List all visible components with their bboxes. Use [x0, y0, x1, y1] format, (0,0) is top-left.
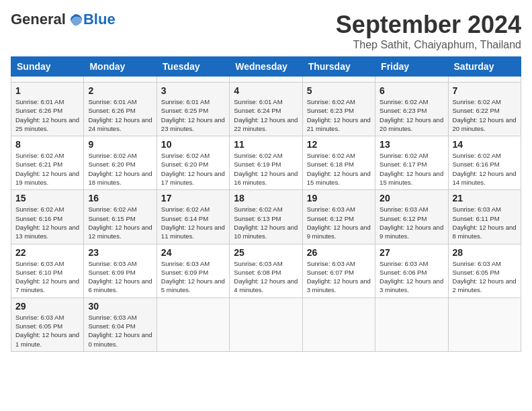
day-info: Sunrise: 6:03 AMSunset: 6:09 PMDaylight:…: [161, 259, 225, 295]
calendar-day-cell: 7Sunrise: 6:02 AMSunset: 6:22 PMDaylight…: [448, 83, 521, 136]
day-info: Sunrise: 6:03 AMSunset: 6:12 PMDaylight:…: [307, 205, 371, 240]
calendar-day-cell: 28Sunrise: 6:03 AMSunset: 6:05 PMDayligh…: [448, 244, 521, 298]
calendar-day-cell: 13Sunrise: 6:02 AMSunset: 6:17 PMDayligh…: [375, 136, 448, 190]
calendar-week-row: 22Sunrise: 6:03 AMSunset: 6:10 PMDayligh…: [11, 244, 521, 298]
calendar-day-header: Thursday: [302, 57, 375, 77]
calendar-day-cell: 11Sunrise: 6:02 AMSunset: 6:19 PMDayligh…: [230, 136, 302, 190]
day-number: 9: [88, 139, 152, 150]
day-number: 5: [307, 85, 371, 96]
day-info: Sunrise: 6:01 AMSunset: 6:25 PMDaylight:…: [161, 97, 225, 133]
day-info: Sunrise: 6:02 AMSunset: 6:17 PMDaylight:…: [380, 151, 443, 187]
day-info: Sunrise: 6:03 AMSunset: 6:05 PMDaylight:…: [15, 313, 79, 349]
calendar-day-cell: [157, 298, 229, 351]
day-info: Sunrise: 6:03 AMSunset: 6:12 PMDaylight:…: [380, 205, 443, 240]
day-number: 11: [234, 139, 298, 150]
day-info: Sunrise: 6:02 AMSunset: 6:16 PMDaylight:…: [15, 205, 79, 240]
calendar-day-cell: 15Sunrise: 6:02 AMSunset: 6:16 PMDayligh…: [11, 190, 84, 244]
calendar-day-cell: 26Sunrise: 6:03 AMSunset: 6:07 PMDayligh…: [302, 244, 375, 298]
calendar-day-cell: 3Sunrise: 6:01 AMSunset: 6:25 PMDaylight…: [157, 83, 229, 136]
calendar-week-row: 1Sunrise: 6:01 AMSunset: 6:26 PMDaylight…: [11, 83, 521, 136]
calendar-day-cell: 21Sunrise: 6:03 AMSunset: 6:11 PMDayligh…: [448, 190, 521, 244]
calendar-week-row: [11, 77, 521, 83]
calendar-day-cell: 17Sunrise: 6:02 AMSunset: 6:14 PMDayligh…: [157, 190, 229, 244]
calendar-day-cell: 1Sunrise: 6:01 AMSunset: 6:26 PMDaylight…: [11, 83, 84, 136]
day-info: Sunrise: 6:02 AMSunset: 6:16 PMDaylight:…: [453, 151, 517, 187]
calendar-day-cell: 8Sunrise: 6:02 AMSunset: 6:21 PMDaylight…: [11, 136, 84, 190]
day-number: 13: [380, 139, 443, 150]
calendar-day-header: Saturday: [448, 57, 521, 77]
day-info: Sunrise: 6:01 AMSunset: 6:24 PMDaylight:…: [234, 97, 298, 133]
calendar-week-row: 29Sunrise: 6:03 AMSunset: 6:05 PMDayligh…: [11, 298, 521, 351]
day-number: 7: [453, 85, 517, 96]
day-info: Sunrise: 6:02 AMSunset: 6:23 PMDaylight:…: [380, 97, 443, 133]
day-number: 1: [15, 85, 79, 96]
day-number: 25: [234, 247, 298, 258]
calendar-day-cell: 12Sunrise: 6:02 AMSunset: 6:18 PMDayligh…: [302, 136, 375, 190]
day-number: 4: [234, 85, 298, 96]
calendar-day-cell: [157, 77, 229, 83]
day-number: 21: [453, 193, 517, 203]
calendar-day-cell: 22Sunrise: 6:03 AMSunset: 6:10 PMDayligh…: [11, 244, 84, 298]
month-title: September 2024: [336, 11, 521, 39]
calendar-day-cell: [375, 298, 448, 351]
day-number: 30: [88, 301, 152, 312]
calendar-day-cell: [448, 77, 521, 83]
calendar-day-cell: 14Sunrise: 6:02 AMSunset: 6:16 PMDayligh…: [448, 136, 521, 190]
day-info: Sunrise: 6:03 AMSunset: 6:10 PMDaylight:…: [15, 259, 79, 295]
day-info: Sunrise: 6:02 AMSunset: 6:23 PMDaylight:…: [307, 97, 371, 133]
calendar-day-cell: 5Sunrise: 6:02 AMSunset: 6:23 PMDaylight…: [302, 83, 375, 136]
location-title: Thep Sathit, Chaiyaphum, Thailand: [336, 39, 521, 51]
calendar-day-cell: 10Sunrise: 6:02 AMSunset: 6:20 PMDayligh…: [157, 136, 229, 190]
calendar-day-cell: [230, 77, 302, 83]
calendar-header-row: SundayMondayTuesdayWednesdayThursdayFrid…: [11, 57, 521, 77]
calendar-day-header: Monday: [84, 57, 157, 77]
day-info: Sunrise: 6:02 AMSunset: 6:19 PMDaylight:…: [234, 151, 298, 187]
day-number: 12: [307, 139, 371, 150]
title-block: September 2024 Thep Sathit, Chaiyaphum, …: [336, 11, 521, 51]
calendar-day-header: Friday: [375, 57, 448, 77]
calendar-day-cell: 18Sunrise: 6:02 AMSunset: 6:13 PMDayligh…: [230, 190, 302, 244]
day-number: 26: [307, 247, 371, 258]
calendar-day-cell: 24Sunrise: 6:03 AMSunset: 6:09 PMDayligh…: [157, 244, 229, 298]
calendar-day-cell: 29Sunrise: 6:03 AMSunset: 6:05 PMDayligh…: [11, 298, 84, 351]
logo-blue-text: Blue: [83, 11, 116, 28]
calendar-day-cell: 25Sunrise: 6:03 AMSunset: 6:08 PMDayligh…: [230, 244, 302, 298]
day-number: 19: [307, 193, 371, 203]
calendar-day-cell: 4Sunrise: 6:01 AMSunset: 6:24 PMDaylight…: [230, 83, 302, 136]
day-info: Sunrise: 6:03 AMSunset: 6:06 PMDaylight:…: [380, 259, 443, 295]
day-number: 28: [453, 247, 517, 258]
day-info: Sunrise: 6:01 AMSunset: 6:26 PMDaylight:…: [15, 97, 79, 133]
calendar-day-cell: 2Sunrise: 6:01 AMSunset: 6:26 PMDaylight…: [84, 83, 157, 136]
logo: General Blue: [11, 11, 116, 28]
calendar-day-cell: [375, 77, 448, 83]
calendar-week-row: 8Sunrise: 6:02 AMSunset: 6:21 PMDaylight…: [11, 136, 521, 190]
day-number: 27: [380, 247, 443, 258]
day-info: Sunrise: 6:03 AMSunset: 6:07 PMDaylight:…: [307, 259, 371, 295]
calendar-table: SundayMondayTuesdayWednesdayThursdayFrid…: [11, 56, 521, 352]
calendar-day-cell: 16Sunrise: 6:02 AMSunset: 6:15 PMDayligh…: [84, 190, 157, 244]
day-info: Sunrise: 6:02 AMSunset: 6:15 PMDaylight:…: [88, 205, 152, 240]
calendar-day-cell: [448, 298, 521, 351]
calendar-day-cell: [230, 298, 302, 351]
calendar-day-cell: 23Sunrise: 6:03 AMSunset: 6:09 PMDayligh…: [84, 244, 157, 298]
logo-general-text: General: [11, 11, 66, 28]
calendar-day-header: Tuesday: [157, 57, 229, 77]
day-number: 14: [453, 139, 517, 150]
calendar-day-cell: [11, 77, 84, 83]
calendar-week-row: 15Sunrise: 6:02 AMSunset: 6:16 PMDayligh…: [11, 190, 521, 244]
day-info: Sunrise: 6:02 AMSunset: 6:20 PMDaylight:…: [161, 151, 225, 187]
calendar-day-cell: 19Sunrise: 6:03 AMSunset: 6:12 PMDayligh…: [302, 190, 375, 244]
day-number: 10: [161, 139, 225, 150]
calendar-day-header: Sunday: [11, 57, 84, 77]
day-info: Sunrise: 6:02 AMSunset: 6:20 PMDaylight:…: [88, 151, 152, 187]
day-number: 24: [161, 247, 225, 258]
day-number: 22: [15, 247, 79, 258]
day-number: 6: [380, 85, 443, 96]
day-number: 23: [88, 247, 152, 258]
day-info: Sunrise: 6:02 AMSunset: 6:18 PMDaylight:…: [307, 151, 371, 187]
calendar-day-cell: [302, 298, 375, 351]
day-info: Sunrise: 6:03 AMSunset: 6:08 PMDaylight:…: [234, 259, 298, 295]
calendar-day-cell: [84, 77, 157, 83]
day-number: 3: [161, 85, 225, 96]
day-number: 2: [88, 85, 152, 96]
